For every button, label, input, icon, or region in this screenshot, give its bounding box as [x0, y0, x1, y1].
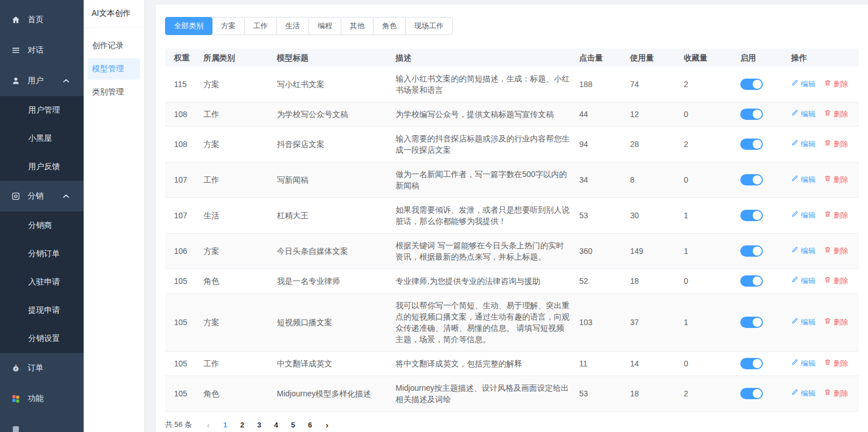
edit-icon [791, 139, 798, 150]
column-header: 操作 [787, 49, 859, 67]
sidebar-item-orders[interactable]: 订单 [0, 353, 84, 383]
enable-toggle[interactable] [740, 109, 763, 120]
edit-button[interactable]: 编辑 [791, 79, 815, 90]
enable-toggle[interactable] [740, 388, 763, 399]
enable-toggle[interactable] [740, 139, 763, 150]
enable-toggle[interactable] [740, 79, 763, 90]
chevron-left-icon[interactable]: ‹ [200, 421, 217, 429]
page-number-6[interactable]: 6 [302, 421, 319, 429]
enable-toggle[interactable] [740, 174, 763, 185]
home-icon [11, 15, 20, 24]
edit-button[interactable]: 编辑 [791, 245, 815, 257]
cell-enabled [736, 352, 787, 376]
page-number-2[interactable]: 2 [234, 421, 251, 429]
sidebar-item-blacklist[interactable]: 小黑屋 [0, 124, 84, 153]
page-number-5[interactable]: 5 [285, 421, 302, 429]
sidebar-item-features[interactable]: 功能 [0, 383, 84, 414]
sidebar-item-withdraw-application[interactable]: 提现申请 [0, 296, 84, 325]
edit-label: 编辑 [801, 109, 815, 120]
category-tab-4[interactable]: 编程 [309, 17, 341, 35]
edit-label: 编辑 [801, 139, 815, 150]
submenu-item-category-management[interactable]: 类别管理 [88, 81, 140, 103]
sidebar-item-distribution[interactable]: 分销 [0, 181, 84, 211]
models-table: 权重所属类别模型标题描述点击量使用量收藏量启用操作 115方案写小红书文案输入小… [165, 49, 859, 412]
edit-button[interactable]: 编辑 [791, 174, 815, 185]
sidebar-item-entry-application[interactable]: 入驻申请 [0, 268, 84, 296]
delete-button[interactable]: 删除 [824, 174, 848, 185]
delete-button[interactable]: 删除 [824, 358, 848, 369]
delete-button[interactable]: 删除 [824, 317, 848, 328]
enable-toggle[interactable] [740, 210, 763, 221]
edit-label: 编辑 [801, 245, 815, 257]
table-row: 105方案短视频口播文案我可以帮你写一个简短、生动、易于理解、突出重点的短视频口… [165, 293, 859, 352]
submenu-item-creation-records[interactable]: 创作记录 [88, 35, 140, 57]
sidebar-item-chat[interactable]: 对话 [0, 35, 84, 66]
delete-button[interactable]: 删除 [824, 388, 848, 399]
cell-category: 角色 [199, 376, 272, 412]
sidebar-item-partial[interactable] [0, 414, 84, 432]
edit-button[interactable]: 编辑 [791, 358, 815, 369]
submenu-item-model-management[interactable]: 模型管理 [88, 58, 140, 80]
category-tab-1[interactable]: 方案 [212, 17, 245, 35]
delete-icon [824, 174, 831, 185]
enable-toggle[interactable] [740, 358, 763, 369]
cell-favorites: 1 [679, 198, 736, 234]
row-actions: 编辑删除 [791, 79, 854, 90]
cell-description: 我可以帮你写一个简短、生动、易于理解、突出重点的短视频口播文案，通过生动有趣的语… [391, 293, 575, 352]
cell-category: 方案 [199, 293, 272, 352]
edit-button[interactable]: 编辑 [791, 139, 815, 150]
sidebar-item-label: 功能 [28, 394, 78, 404]
submenu-list: 创作记录模型管理类别管理 [84, 28, 144, 103]
cell-uses: 18 [626, 269, 679, 293]
chevron-right-icon[interactable]: › [319, 421, 336, 429]
cell-enabled [736, 376, 787, 412]
edit-button[interactable]: 编辑 [791, 275, 815, 287]
chat-icon [11, 46, 20, 55]
category-tab-5[interactable]: 其他 [341, 17, 374, 35]
sidebar-submenu-users: 用户管理小黑屋用户反馈 [0, 96, 84, 181]
cell-actions: 编辑删除 [787, 198, 859, 234]
category-tab-2[interactable]: 工作 [244, 17, 277, 35]
cell-actions: 编辑删除 [787, 162, 859, 198]
enable-toggle[interactable] [740, 317, 763, 328]
cell-enabled [736, 269, 787, 293]
sidebar-item-label: 订单 [28, 363, 78, 373]
edit-button[interactable]: 编辑 [791, 388, 815, 399]
category-tab-7[interactable]: 现场工作 [405, 17, 453, 35]
content-area: 全部类别方案工作生活编程其他角色现场工作 权重所属类别模型标题描述点击量使用量收… [145, 0, 868, 432]
cell-title: 为学校写公众号文稿 [272, 102, 391, 127]
cell-uses: 12 [626, 102, 679, 127]
cell-clicks: 11 [575, 352, 626, 376]
sidebar-item-distributors[interactable]: 分销商 [0, 211, 84, 240]
sidebar-item-distribution-settings[interactable]: 分销设置 [0, 325, 84, 353]
page-number-3[interactable]: 3 [251, 421, 268, 429]
sidebar-item-distribution-orders[interactable]: 分销订单 [0, 240, 84, 268]
cell-favorites: 0 [679, 269, 736, 293]
delete-button[interactable]: 删除 [824, 245, 848, 257]
sidebar-item-home[interactable]: 首页 [0, 5, 84, 35]
table-row: 105角色我是一名专业律师专业律师,为您提供专业的法律咨询与援助52180编辑删… [165, 269, 859, 293]
page-number-1[interactable]: 1 [217, 421, 234, 429]
delete-button[interactable]: 删除 [824, 275, 848, 287]
cell-weight: 106 [165, 234, 199, 269]
category-tab-3[interactable]: 生活 [276, 17, 309, 35]
sidebar-item-users[interactable]: 用户 [0, 66, 84, 96]
delete-button[interactable]: 删除 [824, 210, 848, 221]
category-tab-0[interactable]: 全部类别 [165, 17, 212, 35]
edit-button[interactable]: 编辑 [791, 109, 815, 120]
edit-button[interactable]: 编辑 [791, 210, 815, 221]
cell-favorites: 0 [679, 352, 736, 376]
page-number-4[interactable]: 4 [268, 421, 285, 429]
delete-button[interactable]: 删除 [824, 79, 848, 90]
row-actions: 编辑删除 [791, 358, 854, 369]
table-row: 108工作为学校写公众号文稿为学校编写公众号，提供文稿标题写宣传文稿44120编… [165, 102, 859, 127]
sidebar-item-user-feedback[interactable]: 用户反馈 [0, 153, 84, 181]
enable-toggle[interactable] [740, 275, 763, 287]
enable-toggle[interactable] [740, 245, 763, 257]
category-tab-6[interactable]: 角色 [373, 17, 406, 35]
delete-button[interactable]: 删除 [824, 109, 848, 120]
edit-label: 编辑 [801, 388, 815, 399]
delete-button[interactable]: 删除 [824, 139, 848, 150]
sidebar-item-user-management[interactable]: 用户管理 [0, 96, 84, 124]
edit-button[interactable]: 编辑 [791, 317, 815, 328]
